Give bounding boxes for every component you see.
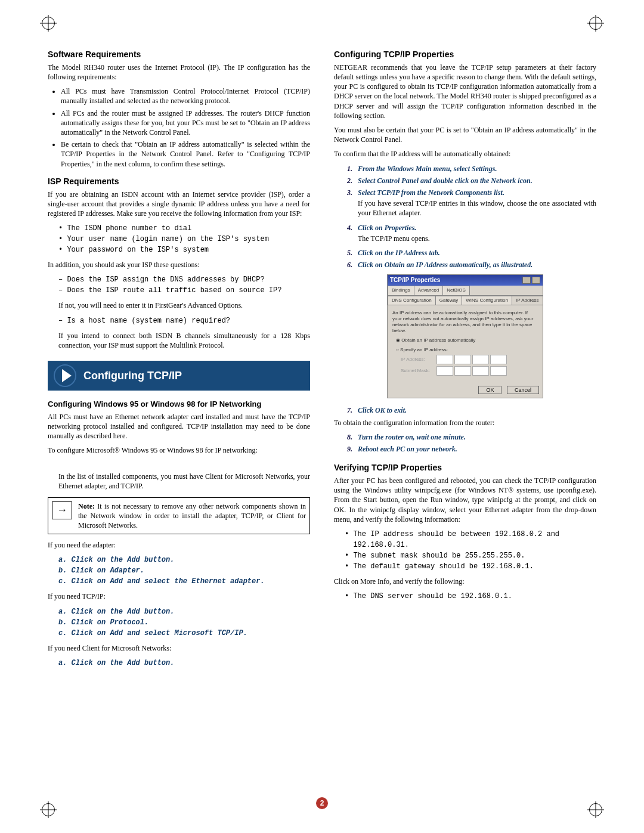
bullet-item: Be certain to check that "Obtain an IP a… [61,140,310,169]
ok-button[interactable]: OK [478,386,501,394]
radio-specify[interactable]: ○ Specify an IP address: [396,347,538,353]
tab-bindings[interactable]: Bindings [388,286,414,295]
bullet-item: All PCs must have Transmission Control P… [61,86,310,106]
banner-title: Configuring TCP/IP [83,368,182,383]
step-number: 6. [347,260,358,270]
registration-mark-icon [42,803,55,816]
step-8: 8.Turn the router on, wait one minute. [347,432,596,442]
arrow-right-icon: → [52,501,72,519]
isp-info-block: • The ISDN phone number to dial • Your u… [58,223,310,255]
step-text: Select TCP/IP from the Network Component… [358,188,504,197]
window-buttons-row: OK Cancel [388,382,543,398]
radio-label: Obtain an IP address automatically [401,337,475,343]
tab-wins[interactable]: WINS Configuration [462,296,512,305]
step-text: Click on the IP Address tab. [358,249,440,257]
subnet-row: Subnet Mask: [401,366,538,376]
radio-obtain-auto[interactable]: ◉ Obtain an IP address automatically [396,337,538,343]
step-number: 9. [347,444,358,454]
must-also: You must also be certain that your PC is… [334,125,596,144]
step-text: Turn the router on, wait one minute. [358,433,466,441]
two-column-layout: Software Requirements The Model RH340 ro… [48,42,596,673]
page: Software Requirements The Model RH340 ro… [0,0,644,833]
tab-ipaddress[interactable]: IP Address [512,296,543,305]
tab-netbios[interactable]: NetBIOS [442,286,470,295]
triangle-icon [62,369,72,382]
step-text: Select Control Panel and double click on… [358,176,532,185]
cancel-button[interactable]: Cancel [507,386,539,394]
window-titlebar: TCP/IP Properties [388,275,543,286]
close-icon[interactable] [532,277,540,284]
subnet-label: Subnet Mask: [401,368,436,374]
note-text: Note: It is not necessary to remove any … [78,501,306,531]
heading-conf-tcpip: Configuring TCP/IP Properties [334,49,596,60]
heading-isp-req: ISP Requirements [48,176,310,187]
section-banner: Configuring TCP/IP [48,361,310,391]
allpcs-paragraph: All PCs must have an Ethernet network ad… [48,412,310,441]
more-info: Click on More Info, and verify the follo… [334,577,596,586]
step-text: Reboot each PC on your network. [358,445,457,453]
step-number: 4. [347,223,358,233]
step-3: 3.Select TCP/IP from the Network Compone… [347,188,596,197]
play-circle-icon [54,364,76,387]
note-box: → Note: It is not necessary to remove an… [48,497,310,535]
isp-questions-block: – Does the ISP assign the DNS addresses … [58,274,310,296]
step-2: 2.Select Control Panel and double click … [347,176,596,185]
step-text: Click on Properties. [358,224,416,232]
step-text: From the Windows Main menu, select Setti… [358,165,497,173]
more-info-block: • The DNS server should be 192.168.0.1. [345,591,596,602]
step-7: 7.Click OK to exit. [347,405,596,415]
tab-gateway[interactable]: Gateway [435,296,463,305]
step-1: 1.From the Windows Main menu, select Set… [347,164,596,174]
subheading-win9598: Configuring Windows 95 or Windows 98 for… [48,399,310,410]
subnet-input[interactable] [436,366,507,376]
step-4: 4.Click on Properties. [347,223,596,233]
ip-input[interactable] [436,355,507,364]
isp-intro: If you are obtaining an ISDN account wit… [48,190,310,219]
tcp-blurb: An IP address can be automatically assig… [392,310,538,334]
step-4-body: The TCP/IP menu opens. [358,234,596,243]
step-3-body: If you have several TCP/IP entries in th… [358,199,596,218]
left-column: Software Requirements The Model RH340 ro… [48,42,310,673]
step-text: Click OK to exit. [358,406,407,414]
isp-addition: In addition, you should ask your ISP the… [48,260,310,270]
tab-advanced[interactable]: Advanced [414,286,444,295]
tcpip-steps: a. Click on the Add button. b. Click on … [58,606,310,639]
client-steps: a. Click on the Add button. [58,658,310,668]
heading-verify: Verifying TCP/IP Properties [334,462,596,473]
window-buttons [522,277,540,284]
tcpip-properties-window: TCP/IP Properties Bindings Advanced NetB… [387,274,543,398]
radio-label: Specify an IP address: [400,347,448,352]
step-number: 8. [347,432,358,442]
need-adapter: If you need the adapter: [48,540,310,550]
verify-block: • The IP address should be between 192.1… [345,529,596,572]
step-9: 9.Reboot each PC on your network. [347,444,596,454]
step-5: 5.Click on the IP Address tab. [347,248,596,258]
need-tcpip: If you need TCP/IP: [48,592,310,601]
software-bullets: All PCs must have Transmission Control P… [61,86,310,169]
configure-ms-paragraph: To configure Microsoft® Windows 95 or Wi… [48,445,310,455]
adapter-steps: a. Click on the Add button. b. Click on … [58,555,310,587]
heading-software-req: Software Requirements [48,49,310,60]
installed-list-paragraph: In the list of installed components, you… [58,472,310,491]
tcp-body: An IP address can be automatically assig… [388,305,543,382]
help-icon[interactable] [522,277,531,284]
step-number: 2. [347,176,358,185]
step-number: 7. [347,405,358,415]
ip-label: IP Address: [401,357,436,363]
isp-multilink: If you intend to connect both ISDN B cha… [58,331,310,350]
verify-paragraph: After your PC has been configured and re… [334,476,596,524]
to-confirm: To confirm that the IP address will be a… [334,149,596,159]
tab-dns[interactable]: DNS Configuration [388,296,436,305]
step-6: 6.Click on Obtain an IP Address automati… [347,260,596,270]
step-number: 5. [347,248,358,258]
note-label: Note: [78,502,95,510]
step-number: 1. [347,164,358,174]
isp-enter-note: If not, you will need to enter it in Fir… [58,301,310,310]
registration-mark-icon [589,803,602,816]
step-text: Click on Obtain an IP Address automatica… [358,261,532,269]
registration-mark-icon [42,17,55,30]
right-column: Configuring TCP/IP Properties NETGEAR re… [334,42,596,673]
need-client: If you need Client for Microsoft Network… [48,643,310,653]
registration-mark-icon [589,17,602,30]
window-title: TCP/IP Properties [390,276,440,284]
